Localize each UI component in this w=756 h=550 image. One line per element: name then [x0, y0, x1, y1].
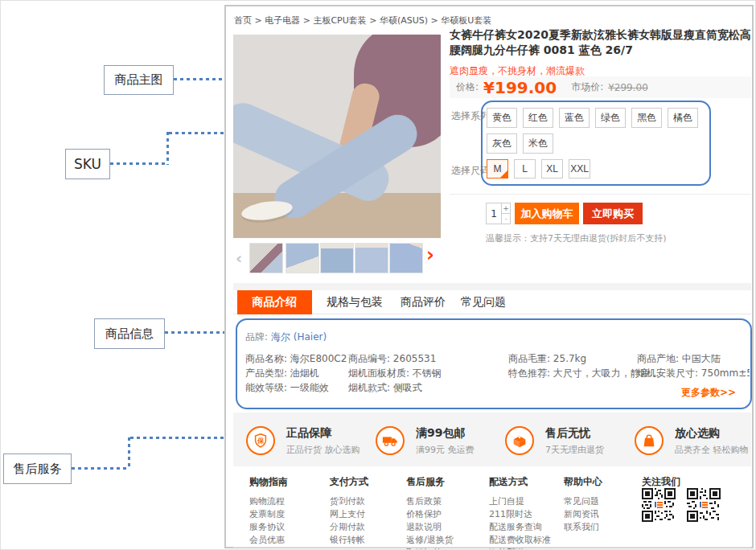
footer-link[interactable]: 常见问题: [564, 495, 602, 508]
service-title: 满99包邮: [416, 426, 475, 441]
footer-link[interactable]: 退款说明: [406, 521, 454, 534]
breadcrumb[interactable]: 首页 > 电子电器 > 主板CPU套装 > 华硕(ASUS) > 华硕板U套装: [234, 14, 491, 27]
annotation-text: 售后服务: [14, 462, 62, 477]
footer-heading: 关注我们: [642, 475, 680, 489]
footer-column-payment: 支付方式 货到付款 网上支付 分期付款 银行转帐: [330, 475, 368, 547]
footer-link[interactable]: 联系我们: [564, 521, 602, 534]
footer-heading: 售后服务: [406, 475, 454, 489]
shield-badge-icon: 保: [246, 426, 275, 455]
more-params-link[interactable]: 更多参数>>: [681, 386, 736, 400]
market-price-value: ¥299.00: [608, 82, 648, 93]
brand-label: 品牌:: [245, 330, 268, 344]
service-title: 放心选购: [675, 426, 749, 441]
thumbnail[interactable]: [286, 243, 319, 273]
footer-link[interactable]: 返修/退换货: [406, 534, 454, 547]
annotation-text: 商品信息: [105, 326, 154, 342]
service-guarantee-strip: 保 正品保障 正品行货 放心选购 满99包邮 满99元 免运费: [233, 412, 751, 466]
footer-heading: 购物指南: [249, 475, 288, 489]
stepper-buttons: + -: [501, 203, 510, 224]
service-subtitle: 品类齐全 轻松购物: [675, 444, 749, 456]
annotation-arrow-line: [130, 437, 234, 439]
info-cell: 烟机安装尺寸: 750mm±50mm (烟...: [637, 367, 750, 380]
footer-link[interactable]: 新闻资讯: [564, 508, 602, 521]
footer-column-shopping-guide: 购物指南 购物流程 发票制度 服务协议 会员优惠: [249, 475, 288, 547]
tab-bar: 商品介绍 规格与包装 商品评价 常见问题: [233, 290, 751, 314]
annotation-text: 商品主图: [115, 72, 163, 88]
footer-link[interactable]: 上门自提: [489, 495, 551, 508]
info-cell: 商品产地: 中国大陆: [637, 352, 721, 366]
service-item-easy-shopping: 放心选购 品类齐全 轻松购物: [635, 426, 749, 456]
service-item-authentic: 保 正品保障 正品行货 放心选购: [246, 426, 360, 456]
aftersale-box-icon: [505, 426, 534, 455]
warm-tips: 温馨提示：支持7天无理由退货(拆封后不支持): [486, 232, 667, 244]
quantity-plus-icon[interactable]: +: [502, 203, 510, 213]
footer-heading: 支付方式: [330, 475, 368, 489]
brand-link[interactable]: 海尔 (Haier): [271, 330, 327, 344]
footer-link[interactable]: 价格保护: [406, 508, 454, 521]
annotation-arrow-line: [166, 132, 169, 165]
add-to-cart-button[interactable]: 加入购物车: [515, 203, 579, 224]
service-title: 正品保障: [286, 426, 360, 441]
footer-link[interactable]: 会员优惠: [249, 534, 288, 547]
footer-link[interactable]: 货到付款: [330, 495, 368, 508]
quantity-stepper[interactable]: 1 + -: [486, 203, 511, 224]
thumbnail[interactable]: [389, 243, 423, 273]
info-cell: 烟机面板材质: 不锈钢: [348, 367, 442, 380]
service-item-aftersale: 售后无忧 7天无理由退货: [505, 426, 604, 456]
thumbnail[interactable]: [355, 243, 388, 273]
footer-column-help: 帮助中心 常见问题 新闻资讯 联系我们: [564, 475, 602, 534]
info-cell: 商品毛重: 25.7kg: [508, 352, 586, 366]
footer-link[interactable]: 配送费收取标准: [489, 534, 551, 547]
tab-product-intro[interactable]: 商品介绍: [237, 290, 312, 314]
footer-link[interactable]: 配送服务查询: [489, 521, 551, 534]
footer-link[interactable]: 售后政策: [406, 495, 454, 508]
price-value: ¥199.00: [483, 78, 557, 97]
footer-link[interactable]: 购物流程: [249, 495, 288, 508]
service-subtitle: 7天无理由退货: [545, 444, 604, 456]
svg-text:保: 保: [257, 437, 265, 445]
annotation-info-label: 商品信息: [94, 318, 165, 349]
quantity-value[interactable]: 1: [487, 203, 501, 224]
footer-column-follow-us: 关注我们: [642, 475, 680, 489]
quantity-minus-icon[interactable]: -: [502, 213, 510, 224]
info-cell: 能效等级: 一级能效: [245, 381, 329, 395]
section-gap: [233, 283, 751, 290]
annotation-service-label: 售后服务: [3, 454, 72, 484]
truck-icon: [376, 426, 405, 455]
footer-link[interactable]: 分期付款: [330, 521, 368, 534]
thumbnail[interactable]: [320, 243, 354, 273]
footer-link[interactable]: 服务协议: [249, 521, 288, 534]
qr-code: [642, 488, 676, 522]
footer-heading: 帮助中心: [564, 475, 602, 489]
annotation-arrow-line: [128, 437, 130, 470]
tab-spec-package[interactable]: 规格与包装: [327, 290, 383, 314]
tab-reviews[interactable]: 商品评价: [401, 290, 446, 314]
product-info-box: 品牌: 海尔 (Haier) 商品名称: 海尔E800C2 商品编号: 2605…: [236, 318, 752, 409]
service-item-shipping: 满99包邮 满99元 免运费: [376, 426, 475, 456]
footer-link[interactable]: 网上支付: [330, 508, 368, 521]
thumbnail[interactable]: [249, 243, 283, 273]
footer-divider: [233, 547, 751, 548]
annotation-arrow-line: [72, 467, 129, 470]
buy-now-button[interactable]: 立即购买: [583, 203, 643, 224]
service-subtitle: 满99元 免运费: [416, 444, 475, 456]
thumbs-next-icon[interactable]: ›: [426, 240, 434, 270]
product-main-image[interactable]: [233, 35, 441, 238]
product-page-panel: 首页 > 电子电器 > 主板CPU套装 > 华硕(ASUS) > 华硕板U套装 …: [224, 5, 754, 548]
footer-link[interactable]: 211限时达: [489, 508, 551, 521]
divider: [450, 194, 751, 195]
thumbs-prev-icon[interactable]: ‹: [236, 243, 242, 273]
annotation-sku-label: SKU: [65, 149, 110, 179]
footer-heading: 配送方式: [489, 475, 551, 489]
footer-link[interactable]: 发票制度: [249, 508, 288, 521]
info-cell: 商品名称: 海尔E800C2: [245, 352, 347, 366]
screenshot-root: 商品主图 SKU 商品信息 售后服务 首页 > 电子电器 > 主板CPU套装 >…: [0, 0, 756, 550]
footer-column-delivery: 配送方式 上门自提 211限时达 配送服务查询 配送费收取标准 海外配送: [489, 475, 551, 550]
tab-faq[interactable]: 常见问题: [461, 290, 506, 314]
footer-link[interactable]: 银行转帐: [330, 534, 368, 547]
qr-code: [687, 488, 721, 522]
shopping-bag-icon: [635, 426, 664, 455]
annotation-text: SKU: [74, 156, 101, 172]
info-cell: 产品类型: 油烟机: [245, 367, 319, 380]
footer-column-aftersale: 售后服务 售后政策 价格保护 退款说明 返修/退换货 取消订单: [406, 475, 454, 550]
